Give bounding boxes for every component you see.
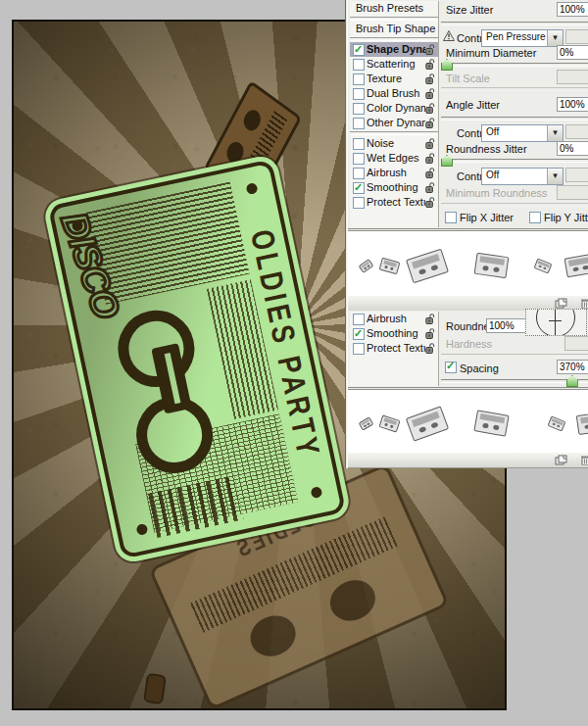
brush-setting-brush-tip-shape[interactable]: Brush Tip Shape xyxy=(350,22,438,36)
dropdown-arrow-icon[interactable]: ▾ xyxy=(547,30,563,46)
new-brush-icon[interactable] xyxy=(555,455,567,465)
brush-setting-noise[interactable]: Noise xyxy=(350,136,438,151)
tip-setting-airbrush[interactable]: Airbrush xyxy=(350,312,438,326)
protect-texture-checkbox[interactable] xyxy=(353,197,365,209)
angle-jitter-input[interactable] xyxy=(557,97,588,112)
brush-settings-list: Brush PresetsBrush Tip ShapeShape Dynami… xyxy=(350,1,439,227)
brush-setting-dual-brush[interactable]: Dual Brush xyxy=(350,86,438,101)
lock-icon[interactable] xyxy=(425,153,436,165)
brush-setting-texture[interactable]: Texture xyxy=(350,72,438,86)
lock-icon[interactable] xyxy=(425,103,436,115)
tilt-scale-slider-disabled xyxy=(441,87,588,91)
texture-checkbox[interactable] xyxy=(353,73,365,85)
angle-jitter-slider[interactable] xyxy=(441,117,588,121)
spacing-input[interactable] xyxy=(557,360,588,374)
stroke-preview-strip xyxy=(348,230,588,297)
new-brush-icon[interactable] xyxy=(555,298,567,309)
slider-thumb[interactable] xyxy=(441,155,453,167)
angle-roundness-picker[interactable] xyxy=(525,309,587,336)
lock-icon[interactable] xyxy=(425,44,436,56)
tip-setting-protect-texture[interactable]: Protect Texture xyxy=(350,341,438,356)
list-item-label: Brush Presets xyxy=(353,1,438,16)
slider-thumb[interactable] xyxy=(566,375,578,387)
brush-setting-color-dynamics[interactable]: Color Dynamics xyxy=(350,101,438,116)
brush-setting-protect-texture[interactable]: Protect Texture xyxy=(350,195,438,210)
spacing-slider[interactable] xyxy=(441,379,588,383)
brush-setting-scattering[interactable]: Scattering xyxy=(350,57,438,72)
tilt-scale-disabled-box xyxy=(557,70,588,84)
flip-y-label: Flip Y Jitter xyxy=(544,212,588,223)
brush-tip-shape-panel: AirbrushSmoothingProtect Texture Roundne… xyxy=(348,311,588,388)
tip-setting-smoothing[interactable]: Smoothing xyxy=(350,326,438,341)
brush-stamp-cassette-tiny xyxy=(143,673,167,704)
stroke-preview-stamp xyxy=(378,414,400,432)
lock-icon[interactable] xyxy=(425,59,436,71)
lock-icon[interactable] xyxy=(425,88,436,100)
scattering-checkbox[interactable] xyxy=(353,59,365,71)
list-item-label: Airbrush xyxy=(365,312,425,326)
dual-brush-checkbox[interactable] xyxy=(353,88,365,100)
lock-icon[interactable] xyxy=(425,197,436,209)
brush-setting-brush-presets[interactable]: Brush Presets xyxy=(350,1,438,16)
wet-edges-checkbox[interactable] xyxy=(353,153,365,165)
slider-thumb[interactable] xyxy=(441,59,453,71)
lock-icon[interactable] xyxy=(425,328,436,340)
noise-checkbox[interactable] xyxy=(353,138,365,150)
smoothing-checkbox[interactable] xyxy=(353,182,365,194)
brush-setting-shape-dynamics[interactable]: Shape Dynamics xyxy=(350,42,438,57)
control1-dropdown[interactable]: Pen Pressure ▾ xyxy=(481,29,564,47)
color-dynamics-checkbox[interactable] xyxy=(353,103,365,115)
min-diameter-slider[interactable] xyxy=(441,63,588,67)
roundness-jitter-input[interactable] xyxy=(557,141,588,156)
list-divider xyxy=(350,17,438,21)
list-item-label: Airbrush xyxy=(365,166,425,180)
smoothing-checkbox[interactable] xyxy=(353,328,365,340)
angle-crosshair-v xyxy=(555,310,556,335)
list-item-label: Color Dynamics xyxy=(365,101,425,116)
list-item-label: Smoothing xyxy=(365,180,425,195)
stroke-preview-stamp xyxy=(548,415,566,431)
lock-icon[interactable] xyxy=(425,314,436,325)
brush-setting-wet-edges[interactable]: Wet Edges xyxy=(350,151,438,166)
flip-y-checkbox[interactable] xyxy=(529,212,541,223)
spacing-checkbox[interactable] xyxy=(445,362,457,373)
brush-setting-smoothing[interactable]: Smoothing xyxy=(350,180,438,195)
flip-x-checkbox[interactable] xyxy=(445,212,457,223)
min-diameter-input[interactable] xyxy=(557,45,588,60)
shape-dynamics-checkbox[interactable] xyxy=(353,44,365,56)
list-item-label: Wet Edges xyxy=(365,151,425,166)
trash-icon[interactable] xyxy=(579,455,588,465)
stroke-preview-stamp xyxy=(534,258,553,273)
control2-dropdown[interactable]: Off ▾ xyxy=(481,124,564,142)
dropdown-arrow-icon[interactable]: ▾ xyxy=(547,125,563,141)
roundness-jitter-slider[interactable] xyxy=(441,159,588,163)
other-dynamics-checkbox[interactable] xyxy=(353,118,365,129)
roundness-input[interactable] xyxy=(486,318,526,333)
lock-icon[interactable] xyxy=(425,118,436,129)
angle-crosshair-h xyxy=(549,320,562,321)
stroke-preview-stamp xyxy=(564,254,588,278)
stroke-preview-stamp xyxy=(576,411,588,435)
lock-icon[interactable] xyxy=(425,168,436,179)
brushes-palette: Brush PresetsBrush Tip ShapeShape Dynami… xyxy=(345,0,588,468)
list-item-label: Other Dynamics xyxy=(365,116,425,130)
lock-icon[interactable] xyxy=(425,73,436,85)
lock-icon[interactable] xyxy=(425,182,436,194)
lock-icon[interactable] xyxy=(425,343,436,355)
dropdown-arrow-icon[interactable]: ▾ xyxy=(547,169,563,184)
size-jitter-input[interactable] xyxy=(557,2,588,17)
list-item-label: Dual Brush xyxy=(365,86,425,101)
list-item-label: Smoothing xyxy=(365,326,425,341)
trash-icon[interactable] xyxy=(579,298,588,309)
list-divider xyxy=(350,37,438,41)
angle-jitter-label: Angle Jitter xyxy=(446,99,500,111)
control3-dropdown[interactable]: Off ▾ xyxy=(481,168,564,185)
tip-settings-list: AirbrushSmoothingProtect Texture xyxy=(350,312,439,386)
airbrush-checkbox[interactable] xyxy=(353,168,365,179)
lock-icon[interactable] xyxy=(425,138,436,150)
airbrush-checkbox[interactable] xyxy=(353,314,365,325)
brush-setting-other-dynamics[interactable]: Other Dynamics xyxy=(350,116,438,130)
size-jitter-slider[interactable] xyxy=(441,22,588,25)
protect-texture-checkbox[interactable] xyxy=(353,343,365,355)
brush-setting-airbrush[interactable]: Airbrush xyxy=(350,166,438,180)
